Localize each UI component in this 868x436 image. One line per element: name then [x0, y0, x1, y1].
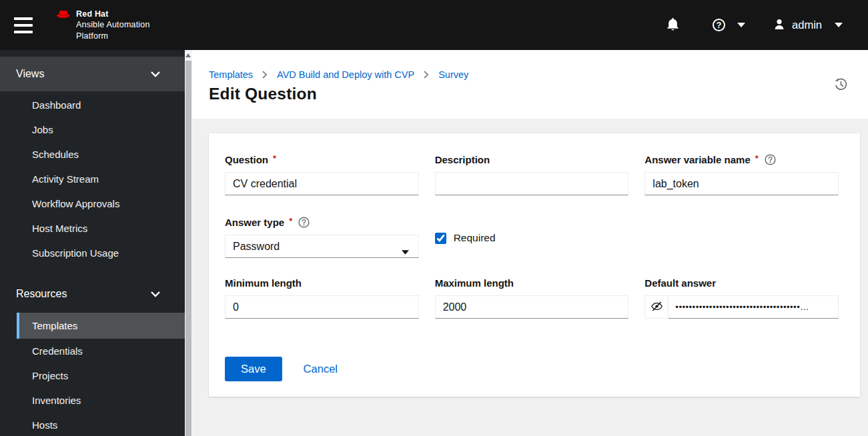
description-input[interactable]	[435, 172, 629, 195]
save-button[interactable]: Save	[225, 357, 282, 381]
required-asterisk: *	[273, 153, 276, 163]
chevron-down-icon	[737, 23, 745, 27]
chevron-right-icon	[262, 71, 268, 79]
chevron-down-icon	[151, 288, 160, 300]
nav-group-resources: Resources Templates Credentials Projects…	[0, 277, 185, 436]
breadcrumb-link-survey[interactable]: Survey	[438, 69, 468, 80]
eye-slash-icon	[650, 301, 663, 314]
sidebar-item-schedules[interactable]: Schedules	[17, 142, 185, 167]
notifications-button[interactable]	[667, 17, 679, 33]
sidebar-scrollbar[interactable]	[185, 50, 192, 436]
maximum-length-input[interactable]	[435, 295, 629, 319]
nav-group-resources-label: Resources	[16, 288, 67, 300]
main-content: Templates AVD Build and Deploy with CVP …	[192, 50, 868, 436]
bell-icon	[667, 17, 679, 33]
chevron-right-icon	[424, 71, 429, 79]
brand-line2: Ansible Automation	[76, 19, 150, 30]
default-answer-input-group	[644, 295, 839, 319]
answer-variable-name-label: Answer variable name *	[644, 154, 839, 165]
page-title: Edit Question	[209, 85, 868, 103]
sidebar-nav: Views Dashboard Jobs Schedules Activity …	[0, 50, 185, 436]
question-input[interactable]	[225, 172, 419, 195]
required-asterisk: *	[289, 216, 292, 226]
brand-text: Red Hat Ansible Automation Platform	[76, 9, 150, 41]
default-answer-label: Default answer	[644, 277, 839, 288]
required-checkbox-label[interactable]: Required	[454, 232, 496, 244]
answer-type-field: Answer type * Password	[225, 217, 419, 258]
question-field: Question *	[225, 154, 419, 195]
nav-group-header-resources[interactable]: Resources	[0, 277, 185, 311]
sidebar-item-workflow-approvals[interactable]: Workflow Approvals	[17, 191, 185, 216]
edit-question-form: Question * Description Answer vari	[225, 154, 839, 381]
nav-list-resources: Templates Credentials Projects Inventori…	[0, 311, 185, 436]
sidebar-item-host-metrics[interactable]: Host Metrics	[17, 216, 185, 241]
masthead: Red Hat Ansible Automation Platform ?	[0, 0, 868, 50]
breadcrumb-link-template-name[interactable]: AVD Build and Deploy with CVP	[277, 69, 414, 80]
description-label: Description	[435, 154, 629, 165]
maximum-length-label: Maximum length	[435, 277, 629, 288]
required-asterisk: *	[755, 153, 759, 163]
required-checkbox-field: Required	[435, 218, 629, 258]
sidebar-item-inventories[interactable]: Inventories	[17, 388, 185, 413]
sidebar-item-hosts[interactable]: Hosts	[17, 413, 185, 436]
sidebar-item-subscription-usage[interactable]: Subscription Usage	[17, 241, 185, 265]
toggle-password-visibility-button[interactable]	[644, 295, 669, 319]
answer-variable-name-field: Answer variable name *	[644, 154, 839, 195]
answer-type-selected-value: Password	[233, 241, 280, 253]
description-field: Description	[435, 154, 629, 195]
scroll-up-arrow-icon[interactable]	[185, 53, 191, 57]
cancel-button[interactable]: Cancel	[304, 363, 338, 375]
help-dropdown-button[interactable]: ?	[713, 19, 745, 31]
question-label: Question *	[225, 154, 419, 165]
content-area: Question * Description Answer vari	[192, 119, 868, 397]
minimum-length-label: Minimum length	[225, 277, 419, 288]
brand-line3: Platform	[76, 31, 150, 41]
sidebar-item-activity-stream[interactable]: Activity Stream	[17, 167, 185, 191]
sidebar-item-templates[interactable]: Templates	[17, 313, 185, 339]
minimum-length-input[interactable]	[225, 295, 419, 319]
user-dropdown-button[interactable]: admin	[773, 18, 843, 33]
chevron-down-icon	[151, 68, 160, 80]
history-icon	[834, 83, 848, 93]
nav-list-views: Dashboard Jobs Schedules Activity Stream…	[0, 91, 185, 265]
sidebar-item-projects[interactable]: Projects	[17, 363, 185, 388]
breadcrumb: Templates AVD Build and Deploy with CVP …	[209, 50, 868, 80]
history-button[interactable]	[834, 77, 848, 93]
default-answer-field: Default answer	[644, 277, 839, 319]
chevron-down-icon	[835, 23, 843, 27]
required-checkbox[interactable]	[435, 233, 446, 244]
sidebar-item-dashboard[interactable]: Dashboard	[17, 93, 185, 117]
nav-group-header-views[interactable]: Views	[0, 57, 185, 91]
answer-type-select[interactable]: Password	[225, 235, 419, 258]
brand-logo: Red Hat Ansible Automation Platform	[56, 9, 150, 41]
masthead-actions: ? admin	[667, 17, 868, 33]
caret-down-icon	[402, 245, 409, 257]
nav-toggle-button[interactable]	[14, 17, 34, 33]
help-icon: ?	[713, 19, 725, 31]
nav-group-views-label: Views	[16, 68, 44, 80]
user-name-label: admin	[792, 19, 822, 31]
form-actions: Save Cancel	[225, 357, 839, 381]
answer-variable-name-input[interactable]	[644, 172, 839, 195]
maximum-length-field: Maximum length	[435, 277, 629, 319]
hamburger-icon	[14, 17, 33, 20]
brand-line1: Red Hat	[76, 9, 150, 19]
redhat-fedora-icon	[56, 9, 71, 23]
minimum-length-field: Minimum length	[225, 277, 419, 319]
page-header: Templates AVD Build and Deploy with CVP …	[192, 50, 868, 119]
sidebar-item-jobs[interactable]: Jobs	[17, 117, 185, 142]
breadcrumb-link-templates[interactable]: Templates	[209, 69, 253, 80]
default-answer-input[interactable]	[669, 295, 839, 319]
question-circle-icon[interactable]	[298, 217, 310, 228]
sidebar-item-credentials[interactable]: Credentials	[17, 339, 185, 363]
edit-question-card: Question * Description Answer vari	[209, 133, 860, 397]
answer-type-label: Answer type *	[225, 217, 419, 227]
nav-group-views: Views Dashboard Jobs Schedules Activity …	[0, 57, 185, 265]
user-icon	[773, 18, 785, 33]
question-circle-icon[interactable]	[765, 154, 776, 165]
scrollbar-thumb[interactable]	[185, 61, 191, 436]
